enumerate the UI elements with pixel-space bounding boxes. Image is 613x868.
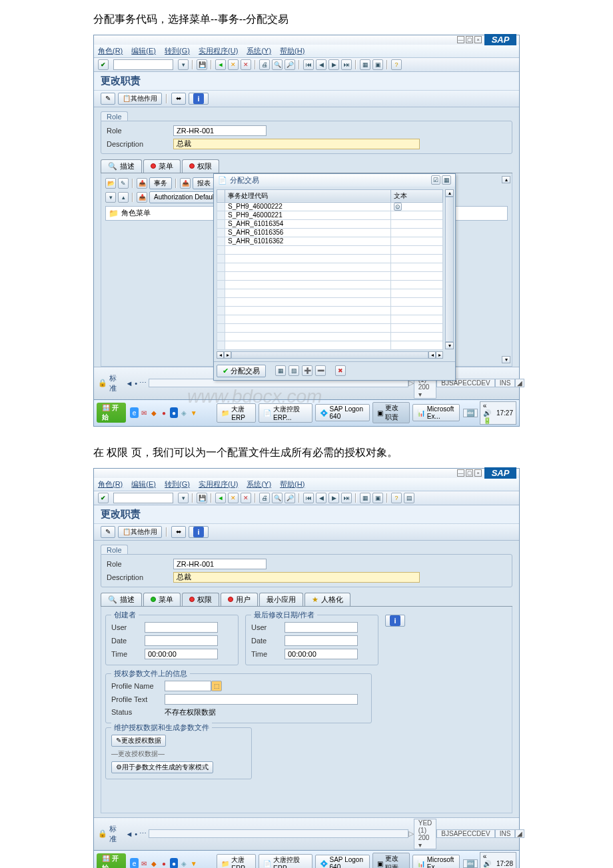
collapse-icon[interactable]: ▾ <box>105 192 116 203</box>
ql-app-icon[interactable]: ◈ <box>179 407 188 418</box>
tab-user[interactable]: 用户 <box>221 593 258 606</box>
ql-av-icon[interactable]: ◆ <box>150 407 159 418</box>
ql-mail-icon[interactable]: ✉ <box>140 407 149 418</box>
transaction-table[interactable]: 事务处理代码 文本 S_PH9_46000222⊙ S_PH9_46000221… <box>217 189 443 350</box>
minimize-icon[interactable]: — <box>457 36 464 43</box>
help-icon[interactable]: ? <box>391 493 402 503</box>
close-icon[interactable]: × <box>474 36 482 43</box>
task-sap-logon[interactable]: 💠 SAP Logon 640 <box>315 404 370 421</box>
displaychange-icon[interactable]: ✎ <box>101 93 115 105</box>
role-desc-input[interactable] <box>173 572 420 583</box>
minimize-icon[interactable]: — <box>457 469 464 477</box>
save-icon[interactable]: 💾 <box>197 59 207 70</box>
nextpage-icon[interactable]: ▶ <box>328 59 339 70</box>
dlg-close-icon[interactable]: ▦ <box>442 175 451 185</box>
tray-icons[interactable]: « 🔊 🔋 17:28 <box>480 852 516 868</box>
report-button[interactable]: 报表 <box>193 177 215 189</box>
ql-folder-icon[interactable]: ● <box>170 407 179 418</box>
import-icon[interactable]: 📥 <box>137 178 147 189</box>
profile-name-input[interactable] <box>165 681 211 691</box>
cancel-icon[interactable]: ✕ <box>241 59 251 70</box>
prevpage-icon[interactable]: ◀ <box>316 493 326 503</box>
profile-text-input[interactable] <box>165 694 358 705</box>
ql-av-icon[interactable]: ◆ <box>150 858 159 868</box>
import4-icon[interactable]: 📥 <box>137 192 147 203</box>
restore-icon[interactable]: ▢ <box>466 469 473 477</box>
restore-icon[interactable]: ▢ <box>466 36 473 43</box>
folder-open-icon[interactable]: 📂 <box>105 178 116 189</box>
task-folder[interactable]: 📁 大唐ERP <box>217 403 256 423</box>
otherrole-button[interactable]: 📋 其他作用 <box>118 93 162 105</box>
ql-app-icon[interactable]: ◈ <box>179 858 188 868</box>
save-icon[interactable]: 💾 <box>197 493 207 503</box>
start-button[interactable]: 🪟 开始 <box>97 403 126 423</box>
lastchange-user-input[interactable] <box>285 622 358 633</box>
tab-auth[interactable]: 权限 <box>182 159 219 173</box>
ql-ie-icon[interactable]: e <box>130 858 139 868</box>
creator-user-input[interactable] <box>145 622 218 633</box>
tray-excel[interactable]: 📊 Microsoft Ex... <box>412 404 460 421</box>
scroll-up-icon[interactable]: ▴ <box>445 189 454 197</box>
role-desc-input[interactable] <box>173 139 420 149</box>
table-cell[interactable]: S_AHR_61016356 <box>225 228 391 237</box>
info-button[interactable]: i <box>189 526 209 538</box>
cancel-dialog-icon[interactable]: ✖ <box>335 365 346 376</box>
ql-ie-icon[interactable]: e <box>130 407 139 418</box>
scroll-down-icon[interactable]: ▾ <box>445 342 454 349</box>
displaychange-icon[interactable]: ✎ <box>101 526 115 538</box>
menu-goto[interactable]: 转到(G) <box>165 480 190 488</box>
table-cell[interactable]: S_AHR_61016354 <box>225 219 391 228</box>
tray-excel[interactable]: 📊 Microsoft Ex... <box>412 855 460 868</box>
deselect-icon[interactable]: ▧ <box>289 365 299 376</box>
expert-mode-button[interactable]: ⚙ 用于参数文件生成的专家模式 <box>111 761 213 773</box>
findnext-icon[interactable]: 🔎 <box>285 493 295 503</box>
menu-edit[interactable]: 编辑(E) <box>131 480 156 488</box>
ql-media-icon[interactable]: ● <box>160 858 169 868</box>
otherrole-button[interactable]: 📋 其他作用 <box>118 526 162 538</box>
creator-date-input[interactable] <box>145 635 218 646</box>
role-code-input[interactable] <box>173 559 267 569</box>
ql-desktop-icon[interactable]: ▼ <box>189 858 198 868</box>
dlg-config-icon[interactable]: ☑ <box>431 175 440 185</box>
scroll-left2-icon[interactable]: ▸ <box>224 351 231 359</box>
task-current[interactable]: ▣ 更改职责 <box>372 402 410 423</box>
menu-system[interactable]: 系统(Y) <box>247 480 271 488</box>
tab-menu[interactable]: 菜单 <box>143 593 181 606</box>
help-icon[interactable]: ? <box>391 59 402 70</box>
menu-help[interactable]: 帮助(H) <box>280 480 305 488</box>
shortcut-icon[interactable]: ▣ <box>372 59 383 70</box>
tray-lang-icon[interactable]: 🔤 <box>463 859 478 868</box>
tab-menu[interactable]: 菜单 <box>143 159 181 173</box>
newsession-icon[interactable]: ▦ <box>360 493 370 503</box>
lastchange-time-input[interactable] <box>285 649 358 659</box>
table-cell[interactable]: S_PH9_46000222 <box>225 202 391 211</box>
ql-desktop-icon[interactable]: ▼ <box>189 407 198 418</box>
findnext-icon[interactable]: 🔎 <box>285 59 295 70</box>
menu-system[interactable]: 系统(Y) <box>247 47 271 55</box>
menu-util[interactable]: 实用程序(U) <box>199 47 238 55</box>
propose-icon[interactable]: ⬚ <box>211 681 222 691</box>
change-auth-button[interactable]: ✎ 更改授权数据 <box>111 735 166 747</box>
menu-edit[interactable]: 编辑(E) <box>131 47 156 55</box>
cancel-icon[interactable]: ✕ <box>241 493 251 503</box>
tray-lang-icon[interactable]: 🔤 <box>463 409 478 417</box>
tab-miniapp[interactable]: 最小应用 <box>259 593 303 606</box>
find-icon[interactable]: 🔍 <box>272 493 283 503</box>
tab-auth[interactable]: 权限 <box>182 593 219 606</box>
scroll-left-icon[interactable]: ◂ <box>217 351 224 359</box>
task-current[interactable]: ▣ 更改职责 <box>372 853 410 868</box>
dropdown-icon[interactable]: ▾ <box>178 493 189 503</box>
f4-icon[interactable]: ⊙ <box>394 203 402 211</box>
col-code[interactable]: 事务处理代码 <box>225 189 391 202</box>
firstpage-icon[interactable]: ⏮ <box>303 493 314 503</box>
newsession-icon[interactable]: ▦ <box>360 59 370 70</box>
close-icon[interactable]: × <box>474 469 482 477</box>
shortcut-icon[interactable]: ▣ <box>372 493 383 503</box>
menu-help[interactable]: 帮助(H) <box>280 47 305 55</box>
ql-mail-icon[interactable]: ✉ <box>140 858 149 868</box>
tray-icons[interactable]: « 🔊 🔋 17:27 <box>480 401 516 425</box>
role-code-input[interactable] <box>173 125 267 136</box>
lastpage-icon[interactable]: ⏭ <box>341 59 352 70</box>
table-cell[interactable]: S_AHR_61016362 <box>225 237 391 245</box>
menu-role[interactable]: 角色(R) <box>98 480 123 488</box>
